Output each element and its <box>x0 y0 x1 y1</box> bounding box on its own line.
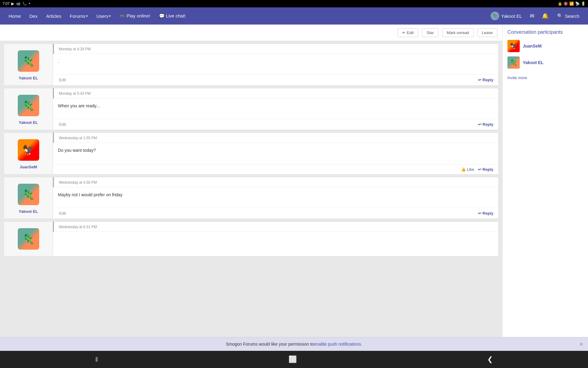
table-row: 🦅 JuanSeM Wednesday at 1:55 PM Do you wa… <box>4 132 499 174</box>
reply-icon: ↩ <box>478 211 481 216</box>
table-row: 🦎 Wednesday at 6:31 PM <box>4 221 499 256</box>
reply-button[interactable]: ↩ Reply <box>478 78 493 82</box>
message-user-col: 🦎 Yakoot EL <box>4 177 53 219</box>
message-footer: Edit ↩ Reply <box>53 119 498 130</box>
reply-icon: ↩ <box>478 122 481 127</box>
avatar: 🦎 <box>16 182 41 207</box>
like-icon: 👍 <box>461 167 466 172</box>
avatar: 🦅 <box>507 40 520 52</box>
star-button[interactable]: Star <box>422 28 439 37</box>
message-content: Monday at 4:29 PM . Edit ↩ Reply <box>53 44 498 85</box>
table-row: 🦎 Yakoot EL Monday at 4:29 PM . Edit ↩ R… <box>4 44 499 86</box>
reply-icon: ↩ <box>478 78 481 82</box>
table-row: 🦎 Yakoot EL Monday at 5:43 PM When you a… <box>4 88 499 130</box>
username-link[interactable]: Yakoot EL <box>19 120 38 125</box>
message-footer: Edit ↩ Reply <box>53 74 498 85</box>
invite-more-button[interactable]: Invite more <box>507 75 527 80</box>
message-body: Mayby not I would prefer on friday <box>53 187 498 208</box>
yakoot-avatar-sprite: 🦎 <box>510 59 518 66</box>
top-action-bar: ✏ Edit Star Mark unread Leave <box>0 25 502 41</box>
messages-icon-btn[interactable]: ✉ <box>527 11 537 21</box>
search-button[interactable]: 🔍 Search <box>553 11 583 21</box>
message-content: Monday at 5:43 PM When you are ready... … <box>53 88 498 130</box>
footer-right: ↩ Reply <box>478 211 493 216</box>
mute-icon: 🔇 <box>564 2 568 6</box>
reply-button[interactable]: ↩ Reply <box>478 122 493 127</box>
message-footer: 👍 Like ↩ Reply <box>53 164 498 174</box>
participant-juansem: 🦅 JuanSeM <box>507 40 583 52</box>
yakoot-sprite: 🦎 <box>18 50 39 72</box>
message-user-col: 🦅 JuanSeM <box>4 133 53 174</box>
search-icon: 🔍 <box>557 13 563 19</box>
message-timestamp: Monday at 5:43 PM <box>53 88 498 98</box>
nav-forums[interactable]: Forums ▾ <box>66 11 92 21</box>
username-link[interactable]: JuanSeM <box>20 165 37 169</box>
footer-right: ↩ Reply <box>478 78 493 82</box>
time: 7:07 <box>2 2 9 6</box>
avatar: 🦎 <box>16 49 41 73</box>
dot-icon: • <box>29 2 30 6</box>
edit-message-button[interactable]: Edit <box>58 77 67 83</box>
notification-close-button[interactable]: × <box>579 341 583 344</box>
mark-unread-button[interactable]: Mark unread <box>442 28 474 37</box>
enable-notifications-link[interactable]: enable push notifications. <box>314 342 362 343</box>
footer-left: Edit <box>58 121 67 127</box>
avatar: 🦎 <box>16 93 41 118</box>
juansem-sprite: 🦅 <box>18 139 39 161</box>
like-button[interactable]: 👍 Like <box>461 167 474 172</box>
chevron-down-icon: ▾ <box>86 14 88 18</box>
nav-users[interactable]: Users ▾ <box>93 11 115 21</box>
avatar: 🦅 <box>16 138 41 162</box>
participant-name-yakoot[interactable]: Yakoot EL <box>523 60 544 65</box>
avatar-sprite: 🦎 <box>492 13 498 18</box>
reply-button[interactable]: ↩ Reply <box>478 167 493 172</box>
battery-icon: 🔋 <box>581 2 586 6</box>
participant-name-juansem[interactable]: JuanSeM <box>523 44 541 48</box>
message-timestamp: Wednesday at 6:31 PM <box>53 222 498 232</box>
nav-home[interactable]: Home <box>5 11 24 21</box>
yakoot-sprite: 🦎 <box>18 184 39 205</box>
message-body: . <box>53 54 498 74</box>
signal-icon: 📡 <box>575 2 580 6</box>
lock-icon: 🔒 <box>558 2 562 6</box>
user-profile-nav[interactable]: 🦎 Yakoot EL <box>488 10 525 22</box>
nav-articles[interactable]: Articles <box>43 11 65 21</box>
right-sidebar: Conversation participants 🦅 JuanSeM 🦎 Ya… <box>502 25 588 343</box>
table-row: 🦎 Yakoot EL Wednesday at 4:30 PM Mayby n… <box>4 177 499 219</box>
edit-message-button[interactable]: Edit <box>58 210 67 216</box>
avatar: 🦎 <box>507 56 520 69</box>
juansem-avatar-sprite: 🦅 <box>510 42 518 50</box>
leave-button[interactable]: Leave <box>477 28 497 37</box>
edit-button[interactable]: ✏ Edit <box>398 28 418 37</box>
chat-icon: 💬 <box>159 13 165 18</box>
nav-dex[interactable]: Dex <box>26 11 41 21</box>
message-body: When you are ready... <box>53 98 498 119</box>
nav-play-online[interactable]: 🎮 Play online! <box>116 11 154 21</box>
edit-message-button[interactable]: Edit <box>58 121 67 127</box>
participants-title: Conversation participants <box>507 29 583 35</box>
username-link[interactable]: Yakoot EL <box>19 209 38 214</box>
footer-left: Edit <box>58 77 67 83</box>
message-content: Wednesday at 6:31 PM <box>53 222 498 256</box>
username-link[interactable]: Yakoot EL <box>19 76 38 80</box>
footer-right: ↩ Reply <box>478 122 493 127</box>
reply-button[interactable]: ↩ Reply <box>478 211 493 216</box>
status-right: 🔒 🔇 📶 📡 🔋 <box>558 2 586 6</box>
chevron-down-icon: ▾ <box>109 14 111 18</box>
notifications-icon-btn[interactable]: 🔔 <box>539 11 551 21</box>
participant-yakoot: 🦎 Yakoot EL <box>507 56 583 69</box>
message-timestamp: Wednesday at 4:30 PM <box>53 177 498 187</box>
footer-left: Edit <box>58 210 67 216</box>
game-icon: 🎮 <box>119 13 125 18</box>
notification-text: Smogon Forums would like your permission… <box>226 342 314 343</box>
username-nav: Yakoot EL <box>501 13 522 19</box>
message-content: Wednesday at 4:30 PM Mayby not I would p… <box>53 177 498 219</box>
notification-bar: Smogon Forums would like your permission… <box>0 337 588 343</box>
nav-live-chat[interactable]: 💬 Live chat! <box>155 11 189 21</box>
message-user-col: 🦎 <box>4 222 53 256</box>
message-footer: Edit ↩ Reply <box>53 208 498 219</box>
message-body: Do you want today? <box>53 143 498 164</box>
yakoot-sprite: 🦎 <box>18 95 39 116</box>
reply-icon: ↩ <box>478 167 481 172</box>
messages-area: ✏ Edit Star Mark unread Leave 🦎 Yakoot E… <box>0 25 502 343</box>
